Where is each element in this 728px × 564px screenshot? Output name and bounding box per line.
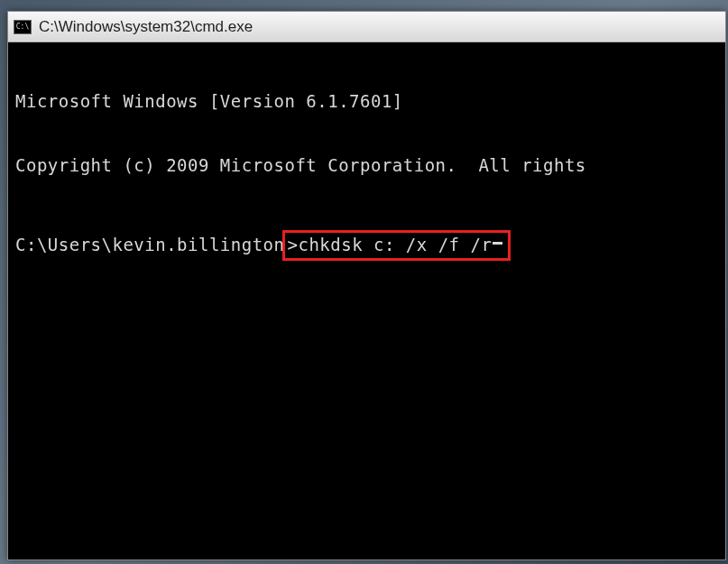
window-title: C:\Windows\system32\cmd.exe [39, 18, 253, 36]
cmd-window: C:\ C:\Windows\system32\cmd.exe Microsof… [7, 11, 726, 560]
cursor [493, 242, 502, 245]
copyright-line: Copyright (c) 2009 Microsoft Corporation… [15, 155, 718, 177]
app-icon: C:\ [14, 20, 32, 34]
typed-command: chkdsk c: /x /f /r [298, 235, 492, 256]
version-line: Microsoft Windows [Version 6.1.7601] [15, 91, 718, 113]
prompt-line: C:\Users\kevin.billington > chkdsk c: /x… [15, 230, 718, 261]
command-highlight: > chkdsk c: /x /f /r [282, 230, 511, 261]
prompt-caret: > [287, 235, 298, 256]
prompt-path: C:\Users\kevin.billington [15, 235, 284, 256]
titlebar[interactable]: C:\ C:\Windows\system32\cmd.exe [8, 12, 725, 42]
terminal-area[interactable]: Microsoft Windows [Version 6.1.7601] Cop… [8, 42, 725, 309]
